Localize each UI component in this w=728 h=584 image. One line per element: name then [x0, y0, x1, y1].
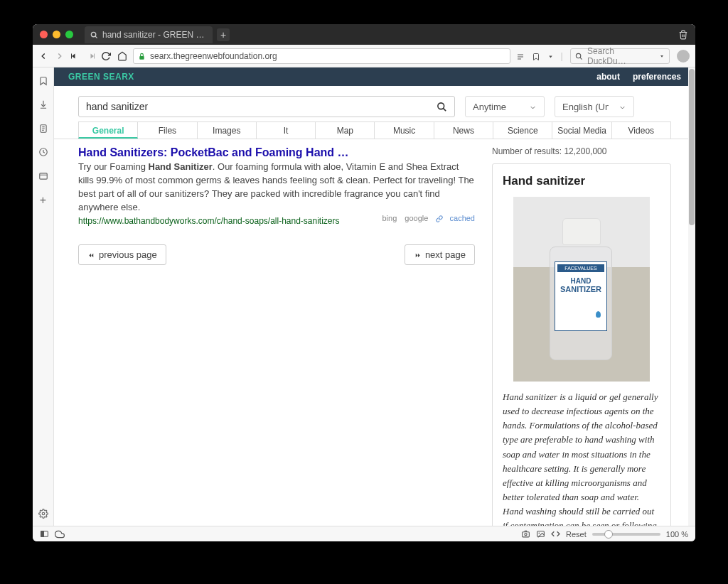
svg-point-34	[539, 533, 540, 534]
cached-link[interactable]: cached	[450, 214, 475, 222]
result-url[interactable]: https://www.bathandbodyworks.com/c/hand-…	[78, 216, 340, 226]
chevron-down-icon	[529, 102, 537, 112]
searx-topbar: GREEN SEARX about preferences	[54, 67, 695, 86]
svg-rect-31	[523, 532, 530, 537]
tab-news[interactable]: News	[434, 121, 493, 139]
page-content: GREEN SEARX about preferences Anytime En…	[54, 67, 695, 526]
svg-point-11	[576, 53, 580, 58]
maximize-window-button[interactable]	[65, 31, 73, 38]
dropdown-icon[interactable]	[547, 50, 554, 61]
url-field[interactable]: searx.thegreenwebfoundation.org	[133, 48, 510, 64]
url-text: searx.thegreenwebfoundation.org	[150, 51, 277, 61]
notes-rail-icon[interactable]	[38, 122, 48, 134]
browser-tab[interactable]: hand sanitizer - GREEN SEA	[85, 26, 213, 43]
url-toolbar: searx.thegreenwebfoundation.org | Search…	[33, 45, 695, 67]
window-titlebar: hand sanitizer - GREEN SEA +	[33, 24, 695, 45]
time-filter-dropdown[interactable]: Anytime	[465, 96, 545, 117]
panel-toggle-icon[interactable]	[40, 529, 49, 539]
infobox: Hand sanitizer FACEVALUES HAND SANITIZER	[492, 163, 671, 526]
rewind-button[interactable]	[71, 52, 80, 60]
home-button[interactable]	[117, 51, 127, 61]
svg-rect-3	[71, 53, 72, 58]
nav-buttons	[38, 51, 127, 61]
link-icon	[436, 214, 443, 222]
add-rail-icon[interactable]: +	[40, 194, 46, 207]
tab-music[interactable]: Music	[375, 121, 434, 139]
scrollbar-thumb[interactable]	[689, 69, 695, 225]
sanitizer-bottle-illustration: FACEVALUES HAND SANITIZER	[550, 218, 614, 360]
top-nav: about preferences	[596, 72, 681, 82]
tab-images[interactable]: Images	[198, 121, 257, 139]
tab-videos[interactable]: Videos	[612, 121, 671, 139]
downloads-rail-icon[interactable]	[38, 99, 48, 110]
browser-search-field[interactable]: Search DuckDu…	[570, 48, 670, 64]
tab-map[interactable]: Map	[316, 121, 375, 139]
results-column: Hand Sanitizers: PocketBac and Foaming H…	[78, 146, 475, 526]
search-icon	[90, 30, 98, 40]
next-page-button[interactable]: next page	[405, 244, 475, 265]
tab-it[interactable]: It	[257, 121, 316, 139]
trash-icon[interactable]	[678, 29, 688, 40]
search-input[interactable]	[79, 101, 429, 112]
about-link[interactable]: about	[596, 72, 620, 82]
tab-general[interactable]: General	[78, 121, 138, 139]
search-icon	[575, 51, 583, 61]
svg-point-23	[437, 102, 444, 109]
new-tab-button[interactable]: +	[217, 28, 230, 41]
settings-rail-icon[interactable]	[38, 507, 48, 519]
svg-marker-28	[416, 254, 418, 258]
window-rail-icon[interactable]	[38, 170, 48, 181]
back-button[interactable]	[38, 51, 48, 61]
sidebar-column: Number of results: 12,200,000 Hand sanit…	[492, 146, 671, 526]
traffic-lights	[40, 31, 73, 38]
lock-icon	[138, 51, 146, 61]
content-area: + GREEN SEARX about preferences Anytime	[33, 67, 695, 526]
code-icon[interactable]	[551, 529, 560, 539]
result-sources: bing google cached	[382, 214, 475, 222]
pagination: previous page next page	[78, 244, 475, 265]
image-icon[interactable]	[536, 529, 545, 539]
svg-line-1	[95, 36, 97, 38]
source-google[interactable]: google	[405, 214, 428, 222]
brand-logo[interactable]: GREEN SEARX	[68, 72, 134, 82]
language-dropdown[interactable]: English (United Sta	[555, 96, 634, 117]
language-value: English (United Sta	[562, 102, 609, 112]
bookmark-rail-icon[interactable]	[38, 75, 48, 86]
tab-science[interactable]: Science	[493, 121, 552, 139]
forward-button[interactable]	[55, 51, 65, 61]
camera-icon[interactable]	[521, 529, 530, 539]
infobox-description: Hand sanitizer is a liquid or gel genera…	[503, 390, 660, 526]
reset-zoom-link[interactable]: Reset	[566, 530, 587, 539]
infobox-title: Hand sanitizer	[503, 174, 660, 188]
tab-social-media[interactable]: Social Media	[552, 121, 611, 139]
svg-marker-25	[89, 254, 91, 258]
close-window-button[interactable]	[40, 31, 48, 38]
search-placeholder: Search DuckDu…	[587, 46, 655, 66]
results-body: Hand Sanitizers: PocketBac and Foaming H…	[54, 139, 695, 526]
double-chevron-right-icon	[414, 249, 422, 260]
minimize-window-button[interactable]	[53, 31, 60, 38]
svg-marker-2	[72, 53, 75, 58]
cloud-icon[interactable]	[55, 529, 65, 539]
zoom-slider[interactable]	[592, 533, 660, 536]
source-bing[interactable]: bing	[382, 214, 397, 222]
svg-marker-26	[92, 254, 94, 258]
zoom-slider-thumb[interactable]	[604, 530, 613, 539]
tab-files[interactable]: Files	[138, 121, 197, 139]
svg-line-24	[443, 108, 446, 111]
history-rail-icon[interactable]	[38, 146, 48, 158]
bookmark-icon[interactable]	[532, 50, 540, 61]
preferences-link[interactable]: preferences	[633, 72, 681, 82]
reload-button[interactable]	[101, 51, 111, 61]
previous-page-button[interactable]: previous page	[78, 244, 166, 265]
svg-rect-6	[139, 56, 144, 60]
svg-line-12	[580, 58, 582, 60]
profile-avatar[interactable]	[677, 50, 690, 63]
search-button[interactable]	[429, 102, 454, 112]
reader-icon[interactable]	[516, 50, 525, 61]
ffwd-button[interactable]	[86, 52, 95, 60]
scrollbar[interactable]	[688, 67, 695, 526]
svg-marker-27	[418, 254, 420, 258]
search-result: Hand Sanitizers: PocketBac and Foaming H…	[78, 146, 475, 226]
result-title[interactable]: Hand Sanitizers: PocketBac and Foaming H…	[78, 146, 475, 159]
